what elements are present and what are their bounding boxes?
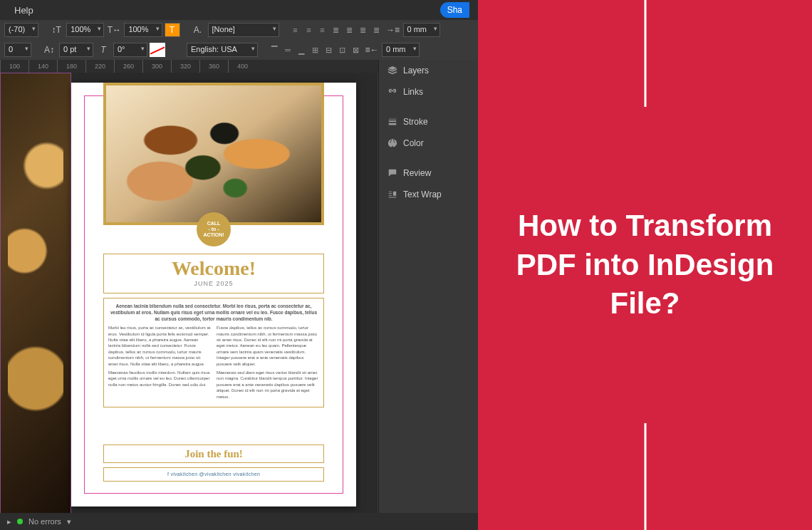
align-right-icon[interactable]: ≡ — [316, 24, 329, 36]
vertical-scale-input[interactable]: 100% — [66, 23, 104, 37]
menu-help[interactable]: Help — [9, 5, 39, 16]
panel-label: Stroke — [403, 117, 428, 127]
ruler-tick: 260 — [114, 60, 142, 73]
baseline-shift-input[interactable]: 0 pt — [59, 43, 93, 57]
justify-right-icon[interactable]: ≣ — [357, 24, 370, 36]
preflight-status[interactable]: No errors — [28, 517, 61, 526]
skew-icon: T — [95, 43, 111, 57]
ruler-tick: 320 — [171, 60, 199, 73]
ruler-tick: 360 — [199, 60, 228, 73]
banner-title: How to Transform PDF into InDesign File? — [478, 207, 812, 323]
welcome-text-frame[interactable]: Welcome! JUNE 2025 — [103, 254, 324, 293]
color-icon — [387, 138, 397, 148]
paragraph-align-group: ≡ ≡ ≡ ≣ ≣ ≣ ≣ — [289, 24, 383, 36]
social-text-frame[interactable]: f vivakitchen @vivakitchen vivakitchen — [103, 467, 324, 482]
body-para: Maecenas faucibus mollis interdum. Nulla… — [108, 370, 211, 388]
tutorial-banner: How to Transform PDF into InDesign File? — [478, 0, 812, 530]
menu-bar: Help Sha — [0, 0, 478, 20]
panel-stroke[interactable]: Stroke — [379, 111, 478, 132]
welcome-date: JUNE 2025 — [107, 280, 321, 287]
welcome-title: Welcome! — [107, 257, 321, 280]
body-para: Maecenas sed diam eget risus varius blan… — [217, 370, 319, 400]
align-left-icon[interactable]: ≡ — [289, 24, 302, 36]
ltr-icon[interactable]: ⊠ — [349, 43, 362, 56]
valign-group: ▔ ═ ▁ ⊞ ⊟ ⊡ ⊠ — [268, 43, 362, 56]
body-text-frame[interactable]: Aenean lacinia bibendum nulla sed consec… — [103, 298, 324, 407]
valign-top-icon[interactable]: ▔ — [268, 43, 281, 56]
panel-label: Review — [403, 168, 431, 178]
banner-line-top — [644, 0, 646, 107]
ruler-tick: 180 — [57, 60, 85, 73]
right-indent-input[interactable]: 0 mm — [382, 43, 420, 57]
ruler-tick: 140 — [28, 60, 57, 73]
baseline-shift-icon: A↕ — [41, 43, 57, 57]
ruler-horizontal[interactable]: 100 140 180 220 260 300 320 360 400 — [0, 60, 378, 73]
background-image[interactable] — [0, 73, 71, 514]
stroke-icon — [387, 117, 397, 127]
stroke-none-swatch[interactable] — [150, 43, 165, 57]
justify-left-icon[interactable]: ≣ — [330, 24, 343, 36]
cta-text-bot: ACTION! — [203, 232, 224, 238]
panel-label: Color — [403, 138, 424, 148]
document-page[interactable]: CALL - to - ACTION! Welcome! JUNE 2025 A… — [71, 83, 356, 506]
panel-color[interactable]: Color — [379, 132, 478, 154]
layers-icon — [387, 66, 397, 76]
share-button[interactable]: Sha — [440, 2, 469, 18]
column-left: Morbi leo risus, porta ac consectetur ac… — [108, 325, 211, 402]
indesign-app-window: Help Sha (-70) ↕T 100% T↔ 100% T A. [Non… — [0, 0, 478, 530]
review-icon — [387, 168, 397, 178]
textwrap-icon — [387, 189, 397, 199]
body-para: Morbi leo risus, porta ac consectetur ac… — [108, 325, 211, 367]
span-col-icon[interactable]: ⊞ — [308, 43, 321, 56]
panel-layers[interactable]: Layers — [379, 60, 478, 81]
valign-bot-icon[interactable]: ▁ — [295, 43, 308, 56]
horizontal-scale-icon: T↔ — [106, 23, 122, 37]
panel-dock: Layers Links Stroke Color Review Text Wr… — [378, 60, 478, 513]
body-intro: Aenean lacinia bibendum nulla sed consec… — [108, 303, 319, 322]
join-text-frame[interactable]: Join the fun! — [103, 445, 324, 463]
preflight-ok-icon — [17, 519, 23, 524]
merge-icon[interactable]: ⊡ — [335, 43, 348, 56]
justify-full-icon[interactable]: ≣ — [370, 24, 383, 36]
cta-text-top: CALL — [207, 221, 221, 227]
left-indent-icon: →≡ — [385, 23, 401, 37]
panel-textwrap[interactable]: Text Wrap — [379, 184, 478, 205]
horizontal-scale-input[interactable]: 100% — [124, 23, 162, 37]
hero-image-frame[interactable] — [103, 83, 324, 225]
right-indent-icon: ≡← — [364, 43, 380, 57]
left-indent-input[interactable]: 0 mm — [403, 23, 441, 37]
ruler-tick: 400 — [228, 60, 256, 73]
canvas-area[interactable]: CALL - to - ACTION! Welcome! JUNE 2025 A… — [0, 73, 378, 514]
cta-badge[interactable]: CALL - to - ACTION! — [197, 212, 231, 246]
hero-image-content — [106, 85, 321, 222]
status-bar: ▸ No errors ▾ — [0, 513, 478, 530]
ruler-tick: 300 — [142, 60, 171, 73]
align-center-icon[interactable]: ≡ — [303, 24, 316, 36]
panel-label: Links — [403, 87, 423, 97]
panel-review[interactable]: Review — [379, 162, 478, 184]
panel-label: Text Wrap — [403, 189, 442, 199]
panel-label: Layers — [403, 66, 429, 76]
char-style-dropdown[interactable]: [None] — [208, 23, 279, 37]
toolbar-row-2: 0 A↕ 0 pt T 0° English: USA ▔ ═ ▁ ⊞ ⊟ ⊡ … — [0, 40, 478, 60]
fill-color-swatch[interactable]: T — [165, 23, 180, 37]
toolbar-row-1: (-70) ↕T 100% T↔ 100% T A. [None] ≡ ≡ ≡ … — [0, 20, 478, 40]
panel-links[interactable]: Links — [379, 81, 478, 103]
cta-text-mid: - to - — [208, 227, 219, 232]
body-para: Fusce dapibus, tellus ac cursus commodo,… — [217, 325, 319, 367]
leading-input[interactable]: 0 — [4, 43, 31, 57]
valign-mid-icon[interactable]: ═ — [281, 43, 294, 56]
char-style-label: A. — [190, 23, 206, 37]
dropdown-chevron-icon[interactable]: ▾ — [67, 517, 71, 526]
column-right: Fusce dapibus, tellus ac cursus commodo,… — [217, 325, 319, 402]
ruler-tick: 220 — [85, 60, 114, 73]
links-icon — [387, 87, 397, 97]
page-nav-prev-icon[interactable]: ▸ — [7, 517, 11, 526]
banner-line-bottom — [644, 423, 646, 530]
justify-center-icon[interactable]: ≣ — [343, 24, 356, 36]
skew-input[interactable]: 0° — [113, 43, 147, 57]
split-col-icon[interactable]: ⊟ — [322, 43, 335, 56]
char-dropdown[interactable]: (-70) — [4, 23, 38, 37]
language-dropdown[interactable]: English: USA — [187, 43, 258, 57]
vertical-scale-icon: ↕T — [48, 23, 64, 37]
